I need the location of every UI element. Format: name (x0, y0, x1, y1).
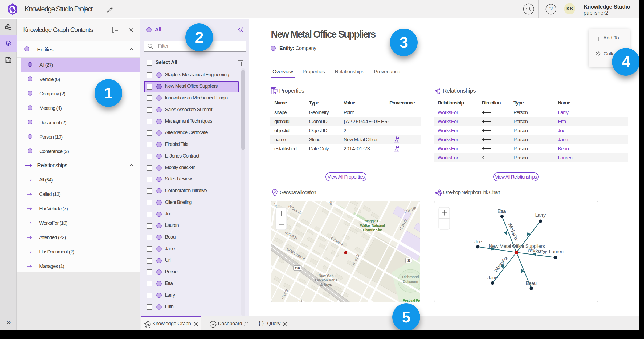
svg-text:250: 250 (295, 267, 300, 270)
svg-text:WorksFor: WorksFor (507, 222, 519, 242)
svg-text:Larry: Larry (535, 212, 546, 218)
svg-text:Festival Park: Festival Park (403, 298, 420, 302)
svg-text:Historic Site: Historic Site (363, 228, 382, 232)
svg-text:Jane: Jane (487, 275, 498, 280)
svg-text:Richmond: Richmond (402, 275, 419, 279)
svg-text:33: 33 (407, 259, 411, 263)
svg-text:New York: New York (319, 273, 334, 278)
svg-text:Beau: Beau (525, 280, 536, 286)
svg-text:Walker National: Walker National (360, 223, 385, 228)
svg-text:Joe: Joe (474, 239, 482, 244)
svg-text:Coliseum: Coliseum (403, 279, 418, 284)
svg-text:Fashion Mens: Fashion Mens (315, 278, 337, 282)
svg-text:WorksFor: WorksFor (493, 255, 509, 273)
svg-text:Maggie L.: Maggie L. (365, 219, 380, 223)
svg-text:& Boys: & Boys (320, 282, 332, 287)
svg-text:Lauren: Lauren (549, 249, 564, 254)
svg-text:Etta: Etta (498, 208, 506, 214)
